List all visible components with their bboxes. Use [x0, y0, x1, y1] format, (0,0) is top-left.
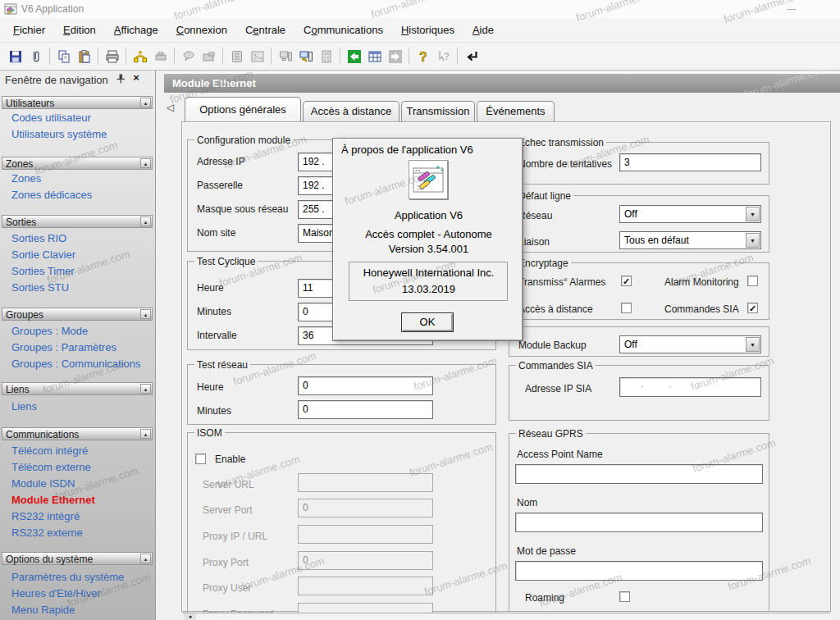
gprs-nom-field[interactable] [515, 513, 763, 532]
isom-enable-label: Enable [215, 454, 245, 465]
sidebar-item-codes-utilisateur[interactable]: Codes utilisateur [11, 112, 91, 124]
dialog-date: 13.03.2019 [333, 283, 524, 295]
sidebar-item-rs232-externe[interactable]: RS232 externe [11, 527, 83, 539]
menu-centrale[interactable]: Centrale [236, 21, 294, 39]
proxy-port-field: 0 [298, 551, 433, 570]
sidebar-item-groupes-mode[interactable]: Groupes : Mode [11, 325, 88, 337]
liaison-dropdown[interactable]: Tous en défaut▼ [619, 231, 761, 249]
print-icon[interactable] [102, 46, 122, 66]
roaming-checkbox[interactable] [619, 591, 630, 602]
sidebar-item-telecom-integre[interactable]: Télécom intégré [11, 444, 88, 457]
chevron-down-icon[interactable]: ▼ [746, 233, 760, 248]
menu-connexion[interactable]: Connexion [167, 21, 236, 39]
collapse-icon[interactable]: ▴ [140, 217, 151, 226]
horizontal-scrollbar[interactable] [182, 613, 830, 620]
tab-evenements[interactable]: Événements [477, 101, 555, 121]
mot-de-passe-field[interactable] [515, 561, 763, 581]
sidebar-section-zones[interactable]: Zones▴ [2, 157, 153, 170]
collapse-icon[interactable]: ▴ [140, 98, 151, 107]
sidebar-item-menu-rapide[interactable]: Menu Rapide [11, 604, 75, 616]
sidebar-section-liens[interactable]: Liens▴ [2, 382, 153, 395]
paste-icon[interactable] [74, 46, 94, 66]
computer-send-icon[interactable] [295, 46, 316, 66]
tr-heure-field[interactable]: 0 [298, 376, 433, 395]
sidebar-item-utilisateurs-systeme[interactable]: Utilisateurs système [11, 128, 107, 140]
enter-icon[interactable] [461, 46, 482, 66]
toolbar-separator [98, 48, 98, 65]
commandes-sia-checkbox[interactable]: ✓ [747, 303, 758, 313]
transmiss-alarmes-checkbox[interactable]: ✓ [621, 276, 632, 286]
close-icon[interactable]: × [130, 71, 143, 84]
menu-edition[interactable]: Edition [54, 21, 105, 39]
collapse-icon[interactable]: ▴ [140, 384, 151, 394]
adresse-ip-sia-field[interactable]: · · · [619, 377, 761, 397]
sidebar-section-communications[interactable]: Communications▴ [2, 427, 153, 440]
sidebar-item-sortie-clavier[interactable]: Sortie Clavier [11, 248, 75, 261]
sidebar-item-module-isdn[interactable]: Module ISDN [11, 477, 75, 490]
sidebar-section-groupes[interactable]: Groupes▴ [2, 308, 153, 321]
module-backup-dropdown[interactable]: Off▼ [619, 335, 761, 353]
chevron-down-icon[interactable]: ▼ [746, 207, 760, 221]
arrow-left-green-icon[interactable] [344, 46, 364, 66]
nom-site-label: Nom site [197, 227, 235, 239]
sidebar-item-groupes-parametres[interactable]: Groupes : Paramètres [11, 341, 116, 353]
chevron-down-icon[interactable]: ▼ [746, 337, 760, 352]
menu-aide[interactable]: Aide [463, 21, 503, 39]
sidebar-item-parametres-systeme[interactable]: Paramètres du système [11, 571, 124, 583]
tr-minutes-field[interactable]: 0 [298, 400, 433, 419]
transmiss-alarmes-label: Transmiss° Alarmes [518, 276, 605, 288]
scroll-left-icon[interactable]: ◄ [184, 613, 196, 620]
copy-icon[interactable] [53, 46, 74, 66]
folder-icon [199, 46, 219, 66]
toolbar-separator [271, 48, 272, 65]
isom-enable-checkbox[interactable] [195, 454, 206, 464]
sidebar-item-sorties-rio[interactable]: Sorties RIO [11, 232, 66, 244]
sidebar-item-zones[interactable]: Zones [11, 172, 41, 185]
help-icon[interactable]: ? [413, 46, 433, 66]
sidebar-item-heures-ete-hiver[interactable]: Heures d'Eté/Hiver [11, 587, 101, 599]
collapse-icon[interactable]: ▴ [140, 309, 151, 319]
sidebar-item-zones-dedicaces[interactable]: Zones dédicaces [11, 189, 92, 201]
tab-transmission[interactable]: Transmission [401, 101, 475, 121]
sidebar-item-rs232-integre[interactable]: RS232 intégré [11, 510, 80, 522]
sidebar-section-sorties[interactable]: Sorties▴ [2, 215, 153, 228]
paperclip-icon[interactable] [25, 46, 46, 66]
sidebar-item-groupes-communications[interactable]: Groupes : Communications [11, 358, 141, 370]
calculator-icon [316, 46, 336, 66]
table-view-icon[interactable] [364, 46, 385, 66]
tab-acces-a-distance[interactable]: Accès à distance [303, 101, 399, 121]
acces-distance-checkbox[interactable] [621, 303, 632, 313]
sidebar-item-module-ethernet[interactable]: Module Ethernet [11, 494, 95, 506]
phone-connect-icon[interactable] [130, 46, 150, 66]
proxy-ip-url-field [298, 525, 433, 544]
context-help-icon: ? [433, 46, 454, 66]
tab-options-generales[interactable]: Options générales [185, 97, 301, 121]
sidebar-item-sorties-timer[interactable]: Sorties Timer [11, 265, 75, 277]
sidebar-section-utilisateurs[interactable]: Utilisateurs▴ [2, 96, 153, 109]
ok-button[interactable]: OK [401, 312, 454, 332]
computer-icon [275, 46, 295, 66]
sidebar-item-liens[interactable]: Liens [11, 400, 37, 413]
menu-affichage[interactable]: Affichage [105, 21, 167, 39]
tc-intervalle-label: Intervalle [197, 330, 237, 341]
reseau-dropdown[interactable]: Off▼ [619, 205, 761, 223]
apn-field[interactable] [515, 464, 763, 484]
sidebar-item-sorties-stu[interactable]: Sorties STU [11, 281, 69, 294]
pin-icon[interactable] [115, 73, 126, 84]
sidebar-item-telecom-externe[interactable]: Télécom externe [11, 461, 91, 473]
collapse-icon[interactable]: ▴ [140, 429, 151, 439]
tab-scroll-left[interactable]: ◁ [167, 102, 174, 113]
sidebar-section-options-systeme[interactable]: Options du système▴ [2, 552, 153, 565]
collapse-icon[interactable]: ▴ [140, 158, 151, 168]
save-icon[interactable] [5, 46, 25, 66]
dialog-access-mode: Accès complet - Autonome [333, 228, 524, 240]
menu-fichier[interactable]: Fichier [4, 21, 54, 39]
nombre-tentatives-field[interactable]: 3 [619, 153, 761, 171]
server-url-label: Server URL [203, 479, 254, 490]
collapse-icon[interactable]: ▴ [140, 554, 151, 563]
masque-label: Masque sous réseau [197, 203, 288, 215]
menu-communications[interactable]: Communications [294, 21, 392, 39]
menu-historiques[interactable]: Historiques [392, 21, 463, 39]
alarm-monitoring-checkbox[interactable] [747, 276, 758, 286]
minimize-button[interactable]: — [778, 1, 806, 16]
